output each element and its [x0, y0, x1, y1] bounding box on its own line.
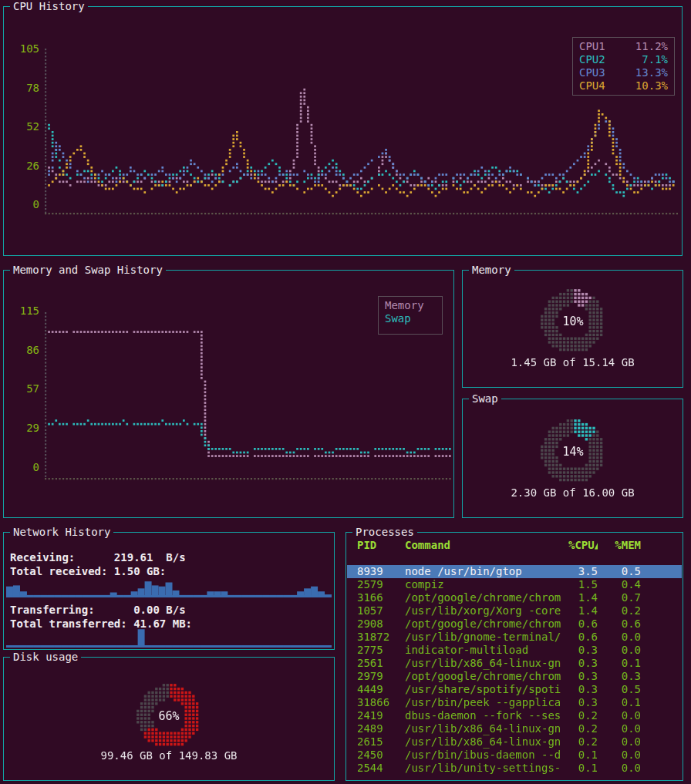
- swap-panel: Swap 14% 2.30 GB of 16.00 GB: [462, 399, 683, 518]
- y-tick-label: 0: [8, 199, 39, 210]
- legend-item: CPU27.1%: [579, 53, 668, 66]
- disk-usage-title: Disk usage: [10, 650, 81, 664]
- process-pid: 1057: [357, 604, 405, 617]
- process-cpu: 0.3: [568, 657, 598, 670]
- process-cpu: 0.3: [568, 670, 598, 683]
- process-row[interactable]: 2615/usr/lib/x86_64-linux-gn0.20.0: [347, 735, 682, 749]
- process-row[interactable]: 4449/usr/share/spotify/spoti0.30.5: [347, 683, 682, 696]
- process-row[interactable]: 2544/usr/lib/unity-settings-0.10.0: [347, 762, 682, 775]
- process-cpu: 0.6: [568, 617, 598, 631]
- memory-title: Memory: [469, 263, 514, 277]
- process-command: /opt/google/chrome/chrom: [405, 670, 568, 683]
- legend-label: CPU2: [579, 53, 605, 66]
- process-row[interactable]: 2450/usr/bin/ibus-daemon --d0.10.0: [347, 749, 682, 762]
- process-mem: 0.1: [598, 657, 641, 670]
- receiving-sparkline: [6, 577, 332, 597]
- process-command: /usr/bin/peek --gapplica: [405, 696, 568, 709]
- legend-item: CPU111.2%: [579, 40, 668, 53]
- process-row[interactable]: 2908/opt/google/chrome/chrom0.60.6: [347, 617, 682, 631]
- process-command: /usr/lib/x86_64-linux-gn: [405, 657, 568, 670]
- process-mem: 0.2: [598, 604, 641, 617]
- process-mem: 0.7: [598, 591, 641, 604]
- legend-label: CPU1: [579, 40, 605, 53]
- process-cpu: 1.4: [568, 604, 598, 617]
- legend-item: Memory: [385, 299, 436, 312]
- legend-value: 13.3%: [635, 66, 668, 79]
- process-command: /usr/lib/x86_64-linux-gn: [405, 722, 568, 735]
- process-row[interactable]: 2979/opt/google/chrome/chrom0.30.3: [347, 670, 682, 683]
- process-pid: 2775: [357, 644, 405, 657]
- legend-value: 7.1%: [642, 53, 668, 66]
- y-tick-label: 115: [8, 305, 39, 317]
- col-pid: PID: [357, 539, 405, 552]
- memswap-legend: MemorySwap: [378, 296, 443, 335]
- process-mem: 0.0: [598, 762, 641, 775]
- y-tick-label: 0: [8, 462, 39, 473]
- process-mem: 0.5: [598, 565, 641, 578]
- process-command: /opt/google/chrome/chrom: [405, 591, 568, 604]
- total-received: Total received: 1.50 GB:: [10, 565, 166, 577]
- memswap-history-panel: Memory and Swap History 1158657290 Memor…: [3, 270, 454, 518]
- process-cpu: 1.4: [568, 591, 598, 604]
- process-mem: 0.6: [598, 617, 641, 631]
- process-cpu: 1.5: [568, 578, 598, 591]
- col-cpu-sort: %CPU▲: [568, 539, 598, 552]
- process-command: /usr/lib/x86_64-linux-gn: [405, 735, 568, 749]
- network-history-title: Network History: [10, 525, 113, 539]
- process-pid: 31866: [357, 696, 405, 709]
- process-row[interactable]: 2419dbus-daemon --fork --ses0.20.0: [347, 709, 682, 722]
- process-command: node /usr/bin/gtop: [405, 565, 568, 578]
- process-command: indicator-multiload: [405, 644, 568, 657]
- process-pid: 2908: [357, 617, 405, 631]
- process-command: /usr/lib/gnome-terminal/: [405, 631, 568, 644]
- transferring-rate: Transferring: 0.00 B/s: [10, 604, 186, 616]
- process-row[interactable]: 2561/usr/lib/x86_64-linux-gn0.30.1: [347, 657, 682, 670]
- process-pid: 2615: [357, 735, 405, 749]
- legend-label: Memory: [385, 299, 424, 312]
- processes-panel: Processes PID Command %CPU▲ %MEM 8939nod…: [346, 532, 683, 781]
- process-command: compiz: [405, 578, 568, 591]
- process-pid: 3166: [357, 591, 405, 604]
- process-row[interactable]: 2579compiz1.50.4: [347, 578, 682, 591]
- swap-title: Swap: [469, 392, 501, 405]
- cpu-legend: CPU111.2%CPU27.1%CPU313.3%CPU410.3%: [572, 37, 675, 96]
- process-row[interactable]: 31866/usr/bin/peek --gapplica0.30.1: [347, 696, 682, 709]
- process-pid: 2450: [357, 749, 405, 762]
- process-row[interactable]: 1057/usr/lib/xorg/Xorg -core1.40.2: [347, 604, 682, 617]
- memswap-history-title: Memory and Swap History: [10, 263, 166, 277]
- processes-title: Processes: [352, 525, 417, 539]
- disk-usage-panel: Disk usage 66% 99.46 GB of 149.83 GB: [3, 657, 335, 781]
- legend-label: Swap: [385, 312, 411, 325]
- y-tick-label: 29: [8, 422, 39, 434]
- process-pid: 2979: [357, 670, 405, 683]
- process-pid: 2561: [357, 657, 405, 670]
- y-tick-label: 105: [8, 43, 39, 55]
- process-mem: 0.0: [598, 709, 641, 722]
- swap-percent: 14%: [534, 445, 612, 459]
- process-command: dbus-daemon --fork --ses: [405, 709, 568, 722]
- cpu-history-title: CPU History: [10, 0, 88, 13]
- process-row[interactable]: 2489/usr/lib/x86_64-linux-gn0.20.0: [347, 722, 682, 735]
- process-row[interactable]: 31872/usr/lib/gnome-terminal/0.60.0: [347, 631, 682, 644]
- process-command: /usr/bin/ibus-daemon --d: [405, 749, 568, 762]
- memory-percent: 10%: [534, 315, 612, 328]
- process-pid: 8939: [357, 565, 405, 578]
- y-tick-label: 86: [8, 345, 39, 356]
- legend-item: Swap: [385, 312, 436, 325]
- process-pid: 2544: [357, 762, 405, 775]
- process-command: /usr/lib/unity-settings-: [405, 762, 568, 775]
- process-command: /usr/share/spotify/spoti: [405, 683, 568, 696]
- process-cpu: 0.2: [568, 735, 598, 749]
- process-cpu: 0.3: [568, 696, 598, 709]
- process-row[interactable]: 3166/opt/google/chrome/chrom1.40.7: [347, 591, 682, 604]
- legend-label: CPU4: [579, 79, 605, 93]
- process-pid: 2579: [357, 578, 405, 591]
- col-command: Command: [405, 539, 568, 552]
- process-row-selected[interactable]: 8939node /usr/bin/gtop3.50.5: [347, 565, 682, 578]
- process-pid: 2489: [357, 722, 405, 735]
- disk-caption: 99.46 GB of 149.83 GB: [4, 749, 334, 762]
- process-row[interactable]: 2775indicator-multiload0.30.0: [347, 644, 682, 657]
- process-cpu: 0.1: [568, 749, 598, 762]
- y-tick-label: 26: [8, 160, 39, 172]
- disk-percent: 66%: [130, 709, 207, 723]
